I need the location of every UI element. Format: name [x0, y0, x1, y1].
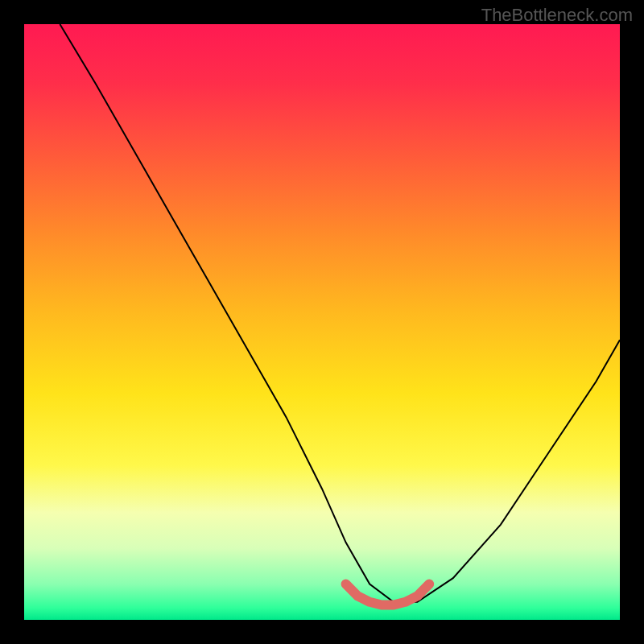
black-curve [60, 24, 620, 602]
chart-svg [24, 24, 620, 620]
watermark-text: TheBottleneck.com [481, 5, 633, 26]
chart-plot-area [24, 24, 620, 620]
